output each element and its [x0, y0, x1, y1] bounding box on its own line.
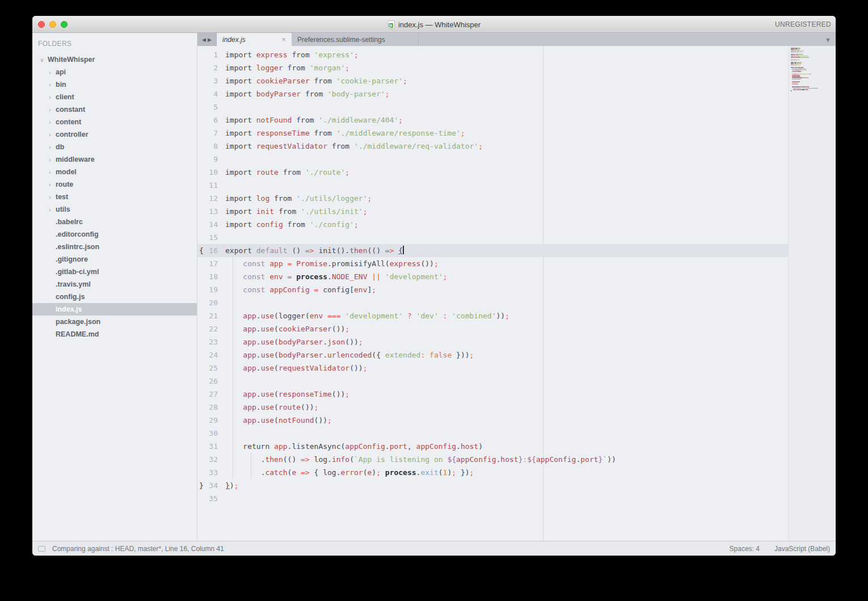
- tab-prev-icon[interactable]: ◀: [202, 37, 206, 43]
- code-line[interactable]: 35: [197, 492, 788, 505]
- line-number[interactable]: 12: [204, 192, 218, 205]
- code-line[interactable]: 26: [197, 375, 788, 388]
- tab-index-js[interactable]: index.js×: [217, 33, 292, 46]
- line-number[interactable]: 16: [204, 244, 218, 257]
- code-line[interactable]: 7import responseTime from './middleware/…: [197, 127, 788, 140]
- syntax-indicator[interactable]: JavaScript (Babel): [774, 545, 830, 553]
- sidebar-item--travis-yml[interactable]: .travis.yml: [32, 278, 197, 291]
- line-number[interactable]: 25: [204, 362, 218, 375]
- code-line[interactable]: 5: [197, 100, 788, 114]
- code-line[interactable]: 17 const app = Promise.promisifyAll(expr…: [197, 257, 788, 270]
- tab-close-icon[interactable]: ×: [281, 35, 286, 44]
- line-number[interactable]: 11: [204, 179, 218, 192]
- line-number[interactable]: 30: [204, 427, 218, 440]
- line-number[interactable]: 18: [204, 270, 218, 283]
- code-line[interactable]: 13import init from './utils/init';: [197, 205, 788, 218]
- spaces-indicator[interactable]: Spaces: 4: [730, 545, 760, 553]
- line-number[interactable]: 29: [204, 414, 218, 427]
- code-line[interactable]: 11: [197, 179, 788, 192]
- sidebar-item--eslintrc-json[interactable]: .eslintrc.json: [32, 241, 197, 253]
- code-line[interactable]: 22 app.use(cookieParser());: [197, 322, 788, 335]
- code-line[interactable]: 3import cookieParser from 'cookie-parser…: [197, 74, 788, 87]
- chevron-right-icon[interactable]: ›: [47, 107, 53, 113]
- code-line[interactable]: 8import requestValidator from './middlew…: [197, 140, 788, 153]
- code-line[interactable]: 10import route from './route';: [197, 166, 788, 179]
- chevron-right-icon[interactable]: ›: [47, 94, 53, 100]
- sidebar-item-api[interactable]: ›api: [32, 66, 197, 78]
- line-number[interactable]: 32: [204, 453, 218, 466]
- sidebar-item-whitewhisper[interactable]: ∨WhiteWhisper: [32, 53, 197, 66]
- line-number[interactable]: 3: [204, 74, 218, 87]
- chevron-right-icon[interactable]: ›: [47, 144, 53, 150]
- code-line[interactable]: 14import config from './config';: [197, 218, 788, 231]
- line-number[interactable]: 1: [204, 48, 218, 61]
- line-number[interactable]: 22: [204, 322, 218, 335]
- tab-preferences-sublime-settings[interactable]: Preferences.sublime-settings: [292, 33, 419, 46]
- code-line[interactable]: 28 app.use(route());: [197, 401, 788, 414]
- line-number[interactable]: 2: [204, 61, 218, 74]
- code-line[interactable]: 25 app.use(requestValidator());: [197, 362, 788, 375]
- line-number[interactable]: 31: [204, 440, 218, 453]
- line-number[interactable]: 15: [204, 231, 218, 244]
- line-number[interactable]: 28: [204, 401, 218, 414]
- line-number[interactable]: 21: [204, 309, 218, 322]
- code-line[interactable]: 24 app.use(bodyParser.urlencoded({ exten…: [197, 348, 788, 362]
- line-number[interactable]: 35: [204, 492, 218, 505]
- sidebar-item-index-js[interactable]: index.js: [32, 303, 197, 316]
- code-line[interactable]: 12import log from './utils/logger';: [197, 192, 788, 205]
- line-number[interactable]: 9: [204, 153, 218, 166]
- sidebar-item-readme-md[interactable]: README.md: [32, 328, 197, 341]
- line-number[interactable]: 4: [204, 87, 218, 100]
- sidebar-item-config-js[interactable]: config.js: [32, 291, 197, 303]
- sidebar-item-utils[interactable]: ›utils: [32, 203, 197, 216]
- chevron-right-icon[interactable]: ›: [47, 157, 53, 163]
- chevron-right-icon[interactable]: ›: [47, 207, 53, 213]
- code-line[interactable]: 23 app.use(bodyParser.json());: [197, 335, 788, 348]
- chevron-right-icon[interactable]: ›: [47, 69, 53, 75]
- sidebar-item-controller[interactable]: ›controller: [32, 128, 197, 141]
- sidebar-item-content[interactable]: ›content: [32, 116, 197, 128]
- line-number[interactable]: 19: [204, 283, 218, 296]
- code-line[interactable]: 9: [197, 153, 788, 166]
- code-line[interactable]: 29 app.use(notFound());: [197, 414, 788, 427]
- title-bar[interactable]: js index.js — WhiteWhisper UNREGISTERED: [32, 16, 836, 33]
- chevron-right-icon[interactable]: ›: [47, 119, 53, 125]
- editor[interactable]: 1import express from 'express';2import l…: [197, 46, 836, 541]
- line-number[interactable]: 23: [204, 335, 218, 348]
- code-line[interactable]: 2import logger from 'morgan';: [197, 61, 788, 74]
- code-line[interactable]: 20: [197, 296, 788, 309]
- line-number[interactable]: 7: [204, 127, 218, 140]
- code-line[interactable]: 33 .catch(e => { log.error(e); process.e…: [197, 466, 788, 479]
- chevron-right-icon[interactable]: ›: [47, 132, 53, 138]
- code-line[interactable]: 6import notFound from './middleware/404'…: [197, 114, 788, 127]
- line-number[interactable]: 34: [204, 479, 218, 492]
- sidebar-item-test[interactable]: ›test: [32, 191, 197, 203]
- sidebar-item--editorconfig[interactable]: .editorconfig: [32, 228, 197, 241]
- code-line[interactable]: 19 const appConfig = config[env];: [197, 283, 788, 296]
- chevron-down-icon[interactable]: ∨: [39, 57, 45, 63]
- line-number[interactable]: 8: [204, 140, 218, 153]
- sidebar-item--gitlab-ci-yml[interactable]: .gitlab-ci.yml: [32, 266, 197, 278]
- sidebar-item-route[interactable]: ›route: [32, 178, 197, 191]
- chevron-right-icon[interactable]: ›: [47, 82, 53, 88]
- sidebar-item-package-json[interactable]: package.json: [32, 316, 197, 328]
- tab-overflow-icon[interactable]: ▼: [825, 33, 831, 46]
- sidebar-item-model[interactable]: ›model: [32, 166, 197, 178]
- line-number[interactable]: 6: [204, 114, 218, 127]
- line-number[interactable]: 14: [204, 218, 218, 231]
- code-line[interactable]: 4import bodyParser from 'body-parser';: [197, 87, 788, 100]
- code-line[interactable]: {16export default () => init().then(() =…: [197, 244, 788, 257]
- sidebar-item-middleware[interactable]: ›middleware: [32, 153, 197, 166]
- tab-next-icon[interactable]: ▶: [208, 37, 212, 43]
- code-line[interactable]: 31 return app.listenAsync(appConfig.port…: [197, 440, 788, 453]
- sidebar-item-constant[interactable]: ›constant: [32, 103, 197, 116]
- sidebar-item-bin[interactable]: ›bin: [32, 78, 197, 91]
- chevron-right-icon[interactable]: ›: [47, 182, 53, 188]
- line-number[interactable]: 17: [204, 257, 218, 270]
- code-line[interactable]: 1import express from 'express';: [197, 48, 788, 61]
- minimap[interactable]: [788, 46, 836, 541]
- line-number[interactable]: 10: [204, 166, 218, 179]
- chevron-right-icon[interactable]: ›: [47, 169, 53, 175]
- code-line[interactable]: 15: [197, 231, 788, 244]
- code-line[interactable]: 27 app.use(responseTime());: [197, 388, 788, 401]
